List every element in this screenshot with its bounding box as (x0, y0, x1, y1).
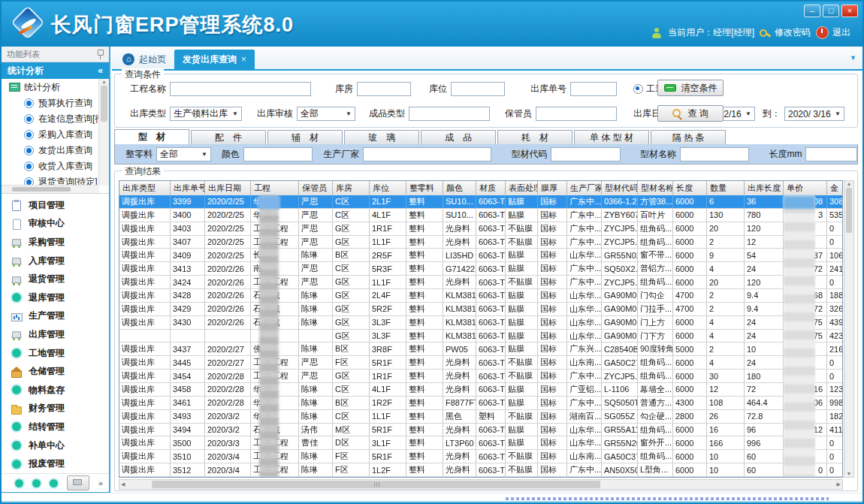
close-button[interactable]: × (841, 5, 858, 17)
column-header[interactable]: 库房 (333, 181, 370, 195)
table-row[interactable]: 调拨出库35102020/3/4工 共工程陈琳F区5R1F整料光身料6063-T… (119, 450, 842, 463)
location-input[interactable] (451, 82, 505, 96)
sidebar-group-header[interactable]: 统计分析 « (2, 62, 109, 79)
table-row[interactable]: G区3L3F整料KLM38176063-T5贴膜国标山东华...GA90M09.… (119, 330, 842, 343)
material-tab[interactable]: 型 材 (114, 129, 189, 144)
footer-cart-button[interactable] (67, 475, 89, 490)
column-header[interactable]: 工程 (251, 181, 299, 195)
outbound-type-select[interactable]: 生产领料出库▼ (170, 107, 242, 121)
table-row[interactable]: 调拨出库34942020/3/2石 辉城汤伟M区5R1F整料光身料6063-T5… (119, 424, 842, 437)
tree-vertical-scrollbar[interactable]: ▲ (98, 79, 109, 186)
order-no-input[interactable] (570, 82, 617, 96)
material-tab[interactable]: 玻 璃 (344, 130, 419, 144)
tree-root-item[interactable]: 统计分析 (2, 79, 109, 95)
logout-button[interactable]: 退出 (816, 26, 850, 39)
table-row[interactable]: 调拨出库34132020/2/26南 ...严思C区5R3F整料G7142260… (119, 262, 842, 276)
column-header[interactable]: 生产厂家 (567, 181, 602, 195)
material-tab[interactable]: 成 品 (421, 130, 496, 144)
column-header[interactable]: 出库日期 (205, 181, 251, 195)
column-header[interactable]: 整零料 (406, 181, 443, 195)
column-header[interactable]: 数量 (707, 181, 745, 195)
sidebar-item-生产管理[interactable]: 生产管理 (2, 307, 109, 326)
sidebar-item-项目管理[interactable]: 项目管理 (2, 196, 109, 215)
grid-vertical-scrollbar[interactable]: ▲▼ (844, 180, 854, 478)
table-row[interactable]: 调拨出库34932020/3/2华 原...陈琳C区1L1F整料黑色塑料不贴膜国… (119, 410, 842, 424)
keeper-input[interactable] (536, 107, 617, 121)
footer-dot-icon[interactable] (50, 479, 58, 487)
footer-more-button[interactable]: » (98, 478, 103, 487)
table-row[interactable]: 调拨出库34582020/2/28华 原...陈琳C区4L1F整料光身料6063… (119, 383, 842, 397)
sidebar-item-采购管理[interactable]: 采购管理 (2, 233, 109, 252)
column-header[interactable]: 出库单号 (171, 181, 205, 195)
column-header[interactable]: 颜色 (443, 181, 476, 195)
material-tab[interactable]: 辅 材 (267, 130, 343, 144)
column-header[interactable]: 型材名称 (638, 181, 673, 195)
table-row[interactable]: 调拨出库34282020/2/26石 辉城陈琳G区2L4F整料KLM381760… (119, 289, 842, 303)
change-password-button[interactable]: 修改密码 (760, 26, 811, 39)
color-input[interactable] (243, 147, 313, 161)
material-tab[interactable]: 配 件 (191, 130, 266, 144)
table-row[interactable]: 调拨出库34292020/2/26石 辉城陈琳G区5R2F整料KLM381760… (119, 303, 842, 316)
search-button[interactable]: 查 询 (657, 105, 724, 122)
table-row[interactable]: 调拨出库34452020/2/27工 共工程严思F区5R1F整料光身料6063-… (119, 356, 842, 370)
tree-item[interactable]: 收货入库查询 (2, 158, 109, 174)
table-row[interactable]: 调拨出库34002020/2/25华 原...严思C区4L1F整料SU10...… (119, 209, 842, 222)
factory-input[interactable] (363, 147, 491, 161)
date-to-select[interactable]: 2020/ 3/16▼ (784, 107, 844, 121)
product-type-input[interactable] (409, 107, 490, 121)
table-row[interactable]: 调拨出库34302020/2/26石 辉城陈琳G区3L3F整料KLM381760… (119, 316, 842, 330)
table-row[interactable]: 调拨出库34612020/2/28华 原...陈琳B区1R2F整料F8877FT… (119, 397, 842, 410)
part-type-select[interactable]: 全部▼ (156, 147, 211, 161)
project-name-input[interactable] (170, 82, 311, 96)
column-header[interactable]: 出库类型 (119, 181, 171, 195)
collapse-icon[interactable]: « (98, 65, 103, 76)
tree-item[interactable]: 发货出库查询 (2, 143, 109, 158)
table-row[interactable]: 调拨出库35122020/3/4工 共工程陈琳F区1L2F整料光身料6063-T… (119, 463, 842, 477)
tab-dropdown-icon[interactable]: ▼ (850, 54, 856, 62)
tab-outbound-query[interactable]: 发货出库查询 × (174, 50, 255, 69)
column-header[interactable]: 出库长度 (745, 181, 784, 195)
sidebar-item-补单中心[interactable]: 补单中心 (2, 436, 109, 455)
maximize-button[interactable]: □ (823, 5, 839, 17)
column-header[interactable]: 表面处理 (506, 181, 538, 195)
column-header[interactable]: 保管员 (299, 181, 333, 195)
sidebar-item-入库管理[interactable]: 入库管理 (2, 252, 109, 270)
sidebar-item-退库管理[interactable]: 退库管理 (2, 288, 109, 307)
table-row[interactable]: 调拨出库34092020/2/25长 ...陈琳B区2R5F整料LI35HD60… (119, 249, 842, 262)
table-row[interactable]: 调拨出库34072020/2/25工 共工程严思G区1L1F整料光身料6063-… (119, 236, 842, 249)
sidebar-item-退货管理[interactable]: 退货管理 (2, 270, 109, 288)
sidebar-item-仓储管理[interactable]: 仓储管理 (2, 362, 109, 381)
tree-horizontal-scrollbar[interactable] (2, 185, 99, 193)
sidebar-item-结转管理[interactable]: 结转管理 (2, 418, 109, 436)
column-header[interactable]: 长度 (673, 181, 707, 195)
tab-home[interactable]: ⌂ 起始页 (114, 50, 174, 69)
pin-icon[interactable] (98, 50, 104, 59)
tree-item[interactable]: 采购入库查询 (2, 127, 109, 143)
table-row[interactable]: 调拨出库34542020/2/28工 共工程严思G区1R1F整料光身料6063-… (119, 370, 842, 383)
column-header[interactable]: 金 (827, 181, 843, 195)
minimize-button[interactable]: – (804, 5, 820, 17)
sidebar-item-审核中心[interactable]: 审核中心 (2, 215, 109, 234)
sidebar-item-物料盘存[interactable]: 物料盘存 (2, 381, 109, 400)
tree-item[interactable]: 预算执行查询 (2, 95, 109, 111)
profile-code-input[interactable] (551, 147, 621, 161)
sidebar-item-财务管理[interactable]: 财务管理 (2, 400, 109, 418)
material-tab[interactable]: 隔 热 条 (651, 130, 726, 144)
tree-item[interactable]: 在途信息查询[待 (2, 111, 109, 127)
sidebar-item-工地管理[interactable]: 工地管理 (2, 344, 109, 363)
sidebar-item-出库管理[interactable]: 出库管理 (2, 325, 109, 344)
column-header[interactable]: 膜厚 (538, 181, 567, 195)
material-tab[interactable]: 耗 材 (497, 130, 572, 144)
column-header[interactable]: 型材代码 (602, 181, 638, 195)
table-row[interactable]: 调拨出库33992020/2/25华 原...严思C区2L1F整料SU10...… (119, 195, 842, 209)
footer-dot-icon[interactable] (32, 479, 41, 487)
table-row[interactable]: 调拨出库34372020/2/27佛 ...陈琳B区3R8F整料PW056063… (119, 343, 842, 356)
length-input[interactable] (805, 147, 857, 161)
grid-horizontal-scrollbar[interactable]: ◀▶ (119, 479, 843, 490)
table-row[interactable]: 调拨出库34242020/2/26工 共工程严思G区1L1F整料光身料6063-… (119, 276, 842, 289)
table-row[interactable]: 调拨出库34032020/2/25工 共工程严思G区1R1F整料光身料6063-… (119, 222, 842, 236)
audit-select[interactable]: 全部▼ (297, 107, 355, 121)
material-tab[interactable]: 单 体 型 材 (574, 130, 649, 144)
column-header[interactable]: 材质 (476, 181, 506, 195)
column-header[interactable]: 库位 (370, 181, 406, 195)
